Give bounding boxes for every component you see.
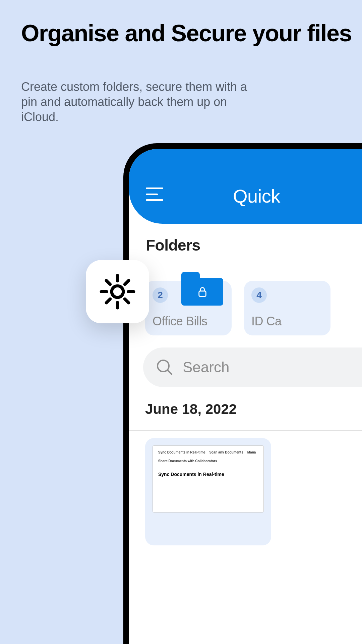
brightness-badge — [86, 260, 149, 323]
lock-icon — [198, 286, 207, 297]
svg-line-11 — [106, 299, 110, 303]
search-icon — [156, 359, 173, 376]
brightness-icon — [98, 272, 137, 311]
date-section-label: June 18, 2022 — [145, 401, 237, 417]
folder-icon — [181, 272, 223, 306]
hero-title: Organise and Secure your files — [21, 21, 352, 46]
app-title: Quick — [233, 185, 280, 207]
menu-icon[interactable] — [146, 187, 163, 201]
app-header: Quick — [129, 149, 362, 224]
folder-name-label: ID Ca — [251, 314, 323, 328]
svg-rect-0 — [199, 291, 206, 297]
document-preview: Sync Documents in Real-time Scan any Doc… — [153, 445, 264, 513]
phone-frame: Quick Folders 2 Office Bills 4 ID Ca — [123, 143, 362, 644]
svg-point-3 — [112, 286, 123, 298]
document-card[interactable]: Sync Documents in Real-time Scan any Doc… — [145, 438, 271, 545]
search-input[interactable]: Search — [143, 347, 362, 387]
divider — [129, 430, 362, 431]
hero-subtitle: Create custom folders, secure them with … — [21, 79, 256, 124]
svg-line-2 — [168, 370, 172, 374]
folder-name-label: Office Bills — [153, 314, 224, 328]
folder-card-id[interactable]: 4 ID Ca — [244, 281, 330, 335]
phone-screen: Quick Folders 2 Office Bills 4 ID Ca — [129, 149, 362, 644]
folder-count-badge: 2 — [153, 287, 168, 303]
folders-section-label: Folders — [146, 236, 200, 254]
svg-line-9 — [125, 299, 129, 303]
folder-count-badge: 4 — [251, 287, 267, 303]
svg-line-8 — [106, 280, 110, 284]
search-placeholder: Search — [183, 359, 229, 376]
svg-line-10 — [125, 280, 129, 284]
